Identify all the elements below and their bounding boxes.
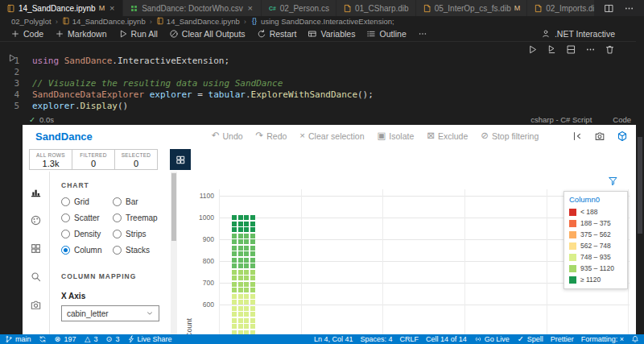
- status-bell-icon[interactable]: [631, 335, 639, 343]
- unit-cell[interactable]: [244, 227, 249, 232]
- toolbar-more-button[interactable]: [412, 26, 433, 41]
- unit-cell[interactable]: [232, 246, 237, 251]
- breadcrumb-item[interactable]: 02_Polyglot: [11, 17, 52, 26]
- kernel-picker[interactable]: .NET Interactive: [541, 29, 639, 39]
- chart-type-stacks[interactable]: Stacks: [113, 246, 164, 255]
- unit-cell[interactable]: [232, 294, 237, 299]
- status-main[interactable]: main: [5, 335, 31, 343]
- legend-item[interactable]: < 188: [569, 206, 622, 218]
- unit-cell[interactable]: [238, 276, 243, 280]
- breadcrumb-item[interactable]: {}using SandDance.InteractiveExtension;: [250, 17, 394, 26]
- unit-cell[interactable]: [250, 300, 255, 305]
- chart-type-grid[interactable]: Grid: [61, 197, 113, 206]
- unit-cell[interactable]: [250, 234, 255, 238]
- legend-item[interactable]: 562 – 748: [569, 240, 622, 251]
- unit-cell[interactable]: [238, 288, 243, 292]
- unit-cell[interactable]: [238, 215, 243, 220]
- unit-cell[interactable]: [238, 246, 243, 251]
- unit-cell[interactable]: [232, 270, 237, 275]
- status-spaces-4[interactable]: Spaces: 4: [361, 335, 393, 343]
- status-197[interactable]: ⊗197: [54, 335, 76, 343]
- tab-sanddance-doctorwho-csv[interactable]: SandDance: DoctorWho.csv×: [123, 0, 262, 16]
- tab-02-person-cs[interactable]: C#02_Person.cs: [262, 0, 336, 16]
- unit-cell[interactable]: [238, 312, 243, 317]
- status-formatting[interactable]: Formatting: ×: [581, 335, 624, 343]
- delete-icon[interactable]: [605, 44, 615, 55]
- tab-05-interop-cs-fs-dib[interactable]: 05_InterOp_cs_fs.dibM: [416, 0, 528, 16]
- unit-cell[interactable]: [238, 234, 243, 238]
- unit-cell[interactable]: [250, 227, 255, 232]
- split-editor-icon[interactable]: [604, 3, 614, 14]
- unit-cell[interactable]: [250, 251, 255, 256]
- unit-cell[interactable]: [232, 222, 237, 226]
- unit-cell[interactable]: [232, 318, 237, 323]
- chart-type-column[interactable]: Column: [61, 246, 113, 255]
- more-icon[interactable]: [585, 44, 596, 55]
- status-live-share[interactable]: Live Share: [127, 335, 172, 343]
- unit-cell[interactable]: [238, 239, 243, 244]
- run-below-icon[interactable]: [547, 44, 557, 55]
- unit-cell[interactable]: [250, 263, 255, 268]
- unit-cell[interactable]: [238, 294, 243, 299]
- toolbar-outline-button[interactable]: Outline: [361, 26, 411, 41]
- play-icon[interactable]: [527, 44, 538, 55]
- color-icon[interactable]: [30, 214, 42, 226]
- toolbar-markdown-button[interactable]: Markdown: [49, 26, 112, 41]
- x-axis-select[interactable]: cabin_letter: [61, 305, 159, 321]
- toolbar-variables-button[interactable]: Variables: [302, 26, 361, 41]
- unit-cell[interactable]: [250, 294, 255, 299]
- unit-cell[interactable]: [238, 282, 243, 287]
- unit-cell[interactable]: [244, 251, 249, 256]
- legend-item[interactable]: 188 – 375: [569, 218, 622, 229]
- unit-cell[interactable]: [232, 227, 237, 232]
- unit-cell[interactable]: [250, 215, 255, 220]
- unit-cell[interactable]: [232, 276, 237, 280]
- unit-cell[interactable]: [232, 215, 237, 220]
- toolbar-code-button[interactable]: Code: [5, 26, 49, 41]
- sanddance-stop-filtering-button[interactable]: ⊘Stop filtering: [481, 131, 539, 141]
- unit-cell[interactable]: [232, 282, 237, 287]
- unit-cell[interactable]: [244, 239, 249, 244]
- camera-icon[interactable]: [30, 299, 42, 311]
- funnel-icon[interactable]: [608, 176, 618, 186]
- sanddance-redo-button[interactable]: ↷Redo: [256, 131, 287, 141]
- status-cell-14-of-14[interactable]: Cell 14 of 14: [426, 335, 467, 343]
- unit-cell[interactable]: [250, 270, 255, 275]
- unit-cell[interactable]: [238, 258, 243, 263]
- unit-cell[interactable]: [238, 222, 243, 226]
- unit-cell[interactable]: [244, 282, 249, 287]
- legend-item[interactable]: ≥ 1120: [569, 274, 622, 285]
- unit-cell[interactable]: [238, 251, 243, 256]
- unit-cell[interactable]: [250, 324, 255, 329]
- unit-cell[interactable]: [250, 318, 255, 323]
- breadcrumb[interactable]: 02_Polyglot›14_SandDance.ipynb›14_SandDa…: [0, 16, 644, 26]
- toolbar-clear-all-outputs-button[interactable]: Clear All Outputs: [163, 26, 251, 41]
- chart-type-bar[interactable]: Bar: [113, 197, 164, 206]
- unit-cell[interactable]: [244, 288, 249, 292]
- unit-cell[interactable]: [244, 222, 249, 226]
- unit-cell[interactable]: [232, 300, 237, 305]
- more-icon[interactable]: [624, 3, 634, 14]
- legend-item[interactable]: 935 – 1120: [569, 263, 622, 274]
- unit-cell[interactable]: [238, 300, 243, 305]
- unit-cell[interactable]: [232, 288, 237, 292]
- unit-cell[interactable]: [250, 222, 255, 226]
- unit-cell[interactable]: [244, 246, 249, 251]
- status-3[interactable]: △3: [84, 335, 98, 343]
- status-3[interactable]: ⊙3: [105, 335, 120, 343]
- tab-14-sanddance-ipynb[interactable]: 14_SandDance.ipynbM×: [0, 0, 123, 16]
- code-editor[interactable]: 1using SandDance.InteractiveExtension;23…: [0, 56, 628, 112]
- sanddance-clear-selection-button[interactable]: ×Clear selection: [299, 131, 364, 141]
- status-go-live[interactable]: Go Live: [474, 335, 510, 343]
- unit-cell[interactable]: [232, 312, 237, 317]
- editor-scrollbar[interactable]: [636, 16, 644, 334]
- camera-icon[interactable]: [594, 131, 605, 142]
- unit-cell[interactable]: [232, 306, 237, 311]
- unit-cell[interactable]: [232, 251, 237, 256]
- sanddance-isolate-button[interactable]: ▣Isolate: [377, 131, 414, 141]
- unit-cell[interactable]: [238, 227, 243, 232]
- tab-02-imports-dib[interactable]: 02_Imports.dib: [527, 0, 594, 16]
- unit-cell[interactable]: [250, 288, 255, 292]
- panel-toggle-button[interactable]: [170, 149, 191, 170]
- unit-cell[interactable]: [250, 312, 255, 317]
